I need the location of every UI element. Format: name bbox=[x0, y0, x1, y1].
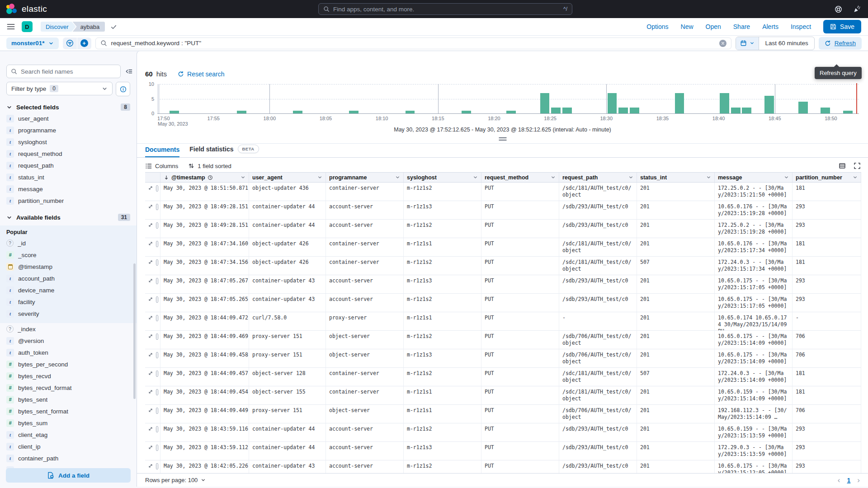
space-avatar[interactable]: D bbox=[22, 21, 33, 32]
field-item-bytes_sum[interactable]: #bytes_sum bbox=[0, 417, 137, 429]
column-header-timestamp[interactable]: @timestamp bbox=[160, 173, 249, 182]
expand-document-button[interactable] bbox=[148, 278, 153, 283]
field-item-container_path[interactable]: tcontainer_path bbox=[0, 452, 137, 464]
histogram-plot-area[interactable] bbox=[157, 84, 859, 114]
expand-document-button[interactable] bbox=[148, 222, 153, 228]
tab-documents[interactable]: Documents bbox=[145, 146, 179, 157]
column-header-status_int[interactable]: status_int bbox=[637, 173, 715, 182]
row-checkbox[interactable] bbox=[156, 315, 158, 321]
histogram-bar[interactable] bbox=[349, 111, 359, 114]
clear-query-button[interactable] bbox=[719, 40, 726, 47]
expand-document-button[interactable] bbox=[148, 445, 153, 450]
columns-button[interactable]: Columns bbox=[145, 163, 178, 169]
field-search-input[interactable]: Search field names bbox=[6, 65, 121, 78]
data-view-picker[interactable]: monster01* bbox=[6, 38, 59, 49]
expand-document-button[interactable] bbox=[148, 315, 153, 320]
field-item-severity[interactable]: tseverity bbox=[0, 308, 137, 319]
available-fields-header[interactable]: Available fields 31 bbox=[6, 214, 130, 221]
field-item-account_path[interactable]: taccount_path bbox=[0, 272, 137, 284]
histogram-bar[interactable] bbox=[562, 108, 572, 113]
field-filter-info-button[interactable] bbox=[116, 82, 130, 96]
menu-icon[interactable] bbox=[7, 23, 15, 30]
histogram-bar[interactable] bbox=[731, 108, 741, 113]
histogram-bar[interactable] bbox=[843, 111, 853, 114]
histogram-bar[interactable] bbox=[237, 111, 246, 114]
row-checkbox[interactable] bbox=[156, 389, 158, 395]
field-item-user_agent[interactable]: tuser_agent bbox=[0, 113, 137, 124]
histogram-bar[interactable] bbox=[821, 108, 830, 113]
display-density-icon[interactable] bbox=[839, 162, 846, 169]
field-item-partition_number[interactable]: tpartition_number bbox=[0, 195, 137, 206]
row-checkbox[interactable] bbox=[156, 463, 158, 469]
menu-share[interactable]: Share bbox=[733, 23, 750, 30]
histogram-bar[interactable] bbox=[540, 93, 550, 114]
histogram-bar[interactable] bbox=[608, 93, 617, 114]
histogram-bar[interactable] bbox=[293, 111, 302, 114]
sort-fields-button[interactable]: 1 field sorted bbox=[188, 163, 231, 169]
field-item-bytes_recvd[interactable]: #bytes_recvd bbox=[0, 370, 137, 382]
add-field-button[interactable]: Add a field bbox=[6, 468, 131, 483]
field-item-device_name[interactable]: tdevice_name bbox=[0, 284, 137, 296]
expand-document-button[interactable] bbox=[148, 426, 153, 432]
expand-document-button[interactable] bbox=[148, 296, 153, 302]
field-item-sysloghost[interactable]: tsysloghost bbox=[0, 136, 137, 148]
field-item-client_etag[interactable]: tclient_etag bbox=[0, 429, 137, 441]
expand-document-button[interactable] bbox=[148, 389, 153, 394]
histogram-bar[interactable] bbox=[720, 93, 729, 114]
histogram-bar[interactable] bbox=[798, 102, 808, 113]
column-header-sysloghost[interactable]: sysloghost bbox=[404, 173, 481, 182]
column-header-request_method[interactable]: request_method bbox=[481, 173, 559, 182]
expand-document-button[interactable] bbox=[148, 241, 153, 246]
expand-document-button[interactable] bbox=[148, 463, 153, 469]
expand-document-button[interactable] bbox=[148, 408, 153, 413]
row-checkbox[interactable] bbox=[156, 259, 158, 266]
histogram-bar[interactable] bbox=[406, 111, 415, 114]
tab-field-statistics[interactable]: Field statistics BETA bbox=[189, 145, 259, 157]
column-header-user_agent[interactable]: user_agent bbox=[249, 173, 326, 182]
filter-by-type-select[interactable]: Filter by type 0 bbox=[6, 82, 113, 95]
collapse-sidebar-button[interactable] bbox=[124, 66, 134, 76]
histogram-bar[interactable] bbox=[506, 111, 516, 114]
selected-fields-header[interactable]: Selected fields 8 bbox=[6, 103, 130, 111]
field-item-_id[interactable]: ?_id bbox=[0, 237, 137, 249]
field-item-_score[interactable]: #_score bbox=[0, 249, 137, 261]
field-item-bytes_sent[interactable]: #bytes_sent bbox=[0, 394, 137, 405]
saved-query-menu-button[interactable] bbox=[63, 38, 77, 49]
column-header-message[interactable]: message bbox=[715, 173, 793, 182]
reset-search-button[interactable]: Reset search bbox=[178, 70, 224, 78]
global-search-input[interactable]: Find apps, content, and more. ^/ bbox=[318, 3, 572, 15]
field-item-client_ip[interactable]: tclient_ip bbox=[0, 441, 137, 452]
rows-per-page-button[interactable]: Rows per page: 100 bbox=[145, 477, 206, 483]
expand-document-button[interactable] bbox=[148, 371, 153, 376]
row-checkbox[interactable] bbox=[156, 278, 158, 284]
add-filter-button[interactable]: + bbox=[77, 38, 91, 49]
next-page-button[interactable]: › bbox=[857, 476, 860, 485]
field-item-status_int[interactable]: tstatus_int bbox=[0, 171, 137, 183]
field-item-request_path[interactable]: trequest_path bbox=[0, 160, 137, 171]
field-item-programname[interactable]: tprogramname bbox=[0, 124, 137, 136]
column-header-programname[interactable]: programname bbox=[326, 173, 404, 182]
refresh-button[interactable]: Refresh bbox=[819, 37, 862, 50]
field-item-auth_token[interactable]: tauth_token bbox=[0, 347, 137, 358]
row-checkbox[interactable] bbox=[156, 222, 158, 229]
row-checkbox[interactable] bbox=[156, 445, 158, 451]
histogram-bar[interactable] bbox=[551, 108, 561, 113]
breadcrumb-saved-search[interactable]: aybaba bbox=[73, 22, 105, 32]
sidebar-scrollbar[interactable] bbox=[133, 263, 136, 399]
menu-inspect[interactable]: Inspect bbox=[791, 23, 811, 30]
expand-document-button[interactable] bbox=[148, 185, 153, 191]
row-checkbox[interactable] bbox=[156, 241, 158, 247]
page-number-1[interactable]: 1 bbox=[847, 477, 851, 484]
expand-document-button[interactable] bbox=[148, 333, 153, 339]
date-quick-select-button[interactable] bbox=[736, 37, 759, 50]
row-checkbox[interactable] bbox=[156, 185, 158, 192]
field-item-message[interactable]: tmessage bbox=[0, 183, 137, 195]
fullscreen-icon[interactable] bbox=[854, 162, 861, 169]
histogram-bar[interactable] bbox=[618, 108, 628, 113]
breadcrumb-discover[interactable]: Discover bbox=[41, 22, 76, 32]
column-header-request_path[interactable]: request_path bbox=[559, 173, 637, 182]
row-checkbox[interactable] bbox=[156, 204, 158, 210]
menu-new[interactable]: New bbox=[681, 23, 693, 30]
previous-page-button[interactable]: ‹ bbox=[838, 476, 840, 485]
histogram-bar[interactable] bbox=[764, 96, 774, 113]
